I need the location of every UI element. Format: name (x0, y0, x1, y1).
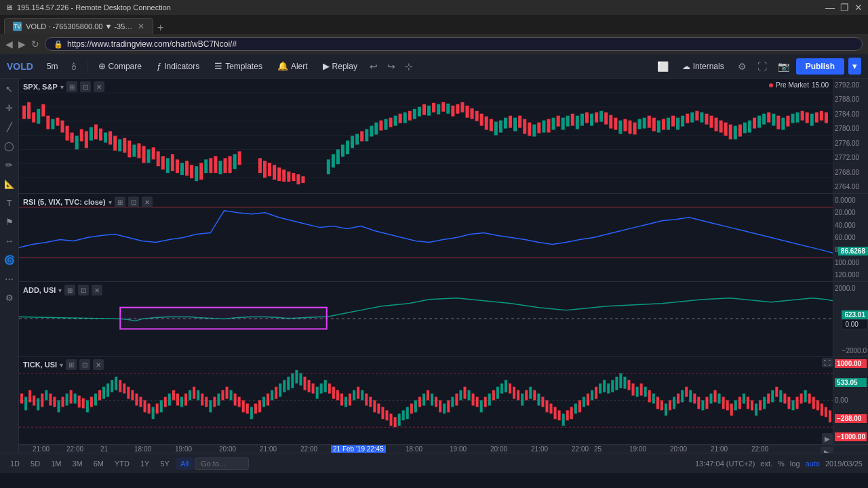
tf-1d-btn[interactable]: 1D (5, 458, 24, 470)
svg-rect-340 (681, 390, 684, 403)
back-btn[interactable]: ◀ (5, 39, 13, 49)
tab-close-btn[interactable]: ✕ (138, 22, 144, 31)
tf-6m-btn[interactable]: 6M (89, 458, 108, 470)
crosshair-tool[interactable]: ✛ (2, 100, 17, 115)
scroll-right-btn[interactable]: ▶ (822, 433, 833, 444)
measure-tool[interactable]: 📐 (2, 176, 17, 191)
percent-label[interactable]: % (778, 460, 785, 468)
rsi-close-btn[interactable]: ✕ (142, 197, 153, 207)
timescale-expand-btn[interactable]: ▶ (821, 447, 833, 453)
rsi-settings-btn[interactable]: ⊞ (115, 197, 125, 207)
add-close-btn[interactable]: ✕ (92, 285, 102, 296)
tf-ytd-btn[interactable]: YTD (110, 458, 134, 470)
timescale: 21:00 22:00 21 18:00 19:00 20:00 21:00 2… (19, 445, 868, 453)
svg-rect-367 (791, 401, 794, 411)
indicators-btn[interactable]: ƒ Indicators (150, 58, 206, 74)
internals-btn[interactable]: ☁ Internals (675, 59, 731, 74)
indicators-label: Indicators (164, 62, 199, 71)
camera-btn[interactable]: 📷 (774, 58, 793, 75)
rsi-minimize-btn[interactable]: ⊡ (128, 197, 139, 207)
svg-rect-99 (494, 122, 498, 136)
refresh-btn[interactable]: ↻ (31, 39, 39, 49)
tf-5y-btn[interactable]: 5Y (155, 458, 174, 470)
svg-rect-46 (204, 159, 208, 173)
minimize-btn[interactable]: — (825, 2, 835, 13)
redo-btn[interactable]: ↪ (383, 58, 399, 75)
browser-addressbar: ◀ ▶ ↻ 🔒 https://www.tradingview.com/char… (0, 34, 868, 54)
tf-5d-btn[interactable]: 5D (26, 458, 45, 470)
goto-input[interactable] (195, 458, 249, 470)
publish-arrow-btn[interactable]: ▾ (848, 58, 861, 75)
timeframe-5m-btn[interactable]: 5m (41, 59, 64, 74)
tf-1m-btn[interactable]: 1M (46, 458, 66, 470)
forward-btn[interactable]: ▶ (18, 39, 26, 49)
pencil-tool[interactable]: ✏ (2, 157, 17, 172)
tick-chart-header: TICK, USI ▾ ⊞ ⊡ ✕ (23, 359, 104, 370)
main-close-btn[interactable]: ✕ (94, 81, 104, 92)
add-badge-value: 623.01 (842, 310, 868, 319)
tf-1y-btn[interactable]: 1Y (136, 458, 154, 470)
tf-3m-btn[interactable]: 3M (67, 458, 87, 470)
tool-settings-btn[interactable]: ⚙ (2, 290, 17, 305)
svg-rect-103 (513, 118, 517, 131)
main-settings-btn[interactable]: ⊞ (66, 81, 77, 92)
chart-type-btn[interactable]: 🕯 (65, 58, 83, 75)
publish-btn[interactable]: Publish (796, 58, 844, 75)
templates-label: Templates (225, 62, 262, 71)
svg-rect-275 (414, 401, 417, 413)
add-settings-btn[interactable]: ⊞ (64, 285, 75, 296)
flag-tool[interactable]: ⚑ (2, 214, 17, 229)
tf-all-btn[interactable]: All (176, 458, 193, 470)
ruler-tool[interactable]: ↔ (2, 233, 17, 248)
new-tab-btn[interactable]: + (157, 22, 163, 34)
circle-tool[interactable]: ◯ (2, 138, 17, 153)
svg-rect-311 (562, 413, 565, 426)
tick-expand-btn[interactable]: ⛶ (822, 358, 833, 367)
line-tool[interactable]: ╱ (2, 119, 17, 134)
cursor-tool[interactable]: ↖ (2, 81, 17, 96)
ext-label[interactable]: ext. (760, 460, 772, 468)
tick-minimize-btn[interactable]: ⊡ (79, 359, 90, 370)
svg-rect-118 (585, 113, 589, 123)
main-minimize-btn[interactable]: ⊡ (80, 81, 91, 92)
fibonacci-tool[interactable]: 🌀 (2, 252, 17, 267)
window-controls[interactable]: — ❐ ✕ (825, 2, 863, 13)
tick-close-btn[interactable]: ✕ (93, 359, 104, 370)
settings-btn[interactable]: ⚙ (734, 58, 751, 75)
svg-rect-321 (603, 380, 606, 392)
more-tools-btn[interactable]: ⋯ (2, 271, 17, 286)
svg-rect-215 (168, 394, 171, 406)
text-tool[interactable]: T (2, 195, 17, 210)
auto-label[interactable]: auto (806, 460, 820, 468)
alert-label: Alert (291, 62, 308, 71)
browser-tab-active[interactable]: TV VOLD · -765305800.00 ▼ -359.69 ✕ (4, 18, 153, 34)
log-label[interactable]: log (790, 460, 800, 468)
templates-btn[interactable]: ☰ Templates (208, 58, 269, 74)
fullscreen-rect-btn[interactable]: ⬜ (653, 58, 673, 75)
close-btn[interactable]: ✕ (854, 2, 863, 13)
fullscreen-btn[interactable]: ⛶ (753, 58, 771, 75)
svg-rect-117 (580, 114, 584, 126)
address-box[interactable]: 🔒 https://www.tradingview.com/chart/wBC7… (45, 37, 863, 51)
svg-rect-349 (718, 394, 721, 404)
svg-rect-119 (590, 114, 593, 126)
time-2200-3: 22:00 (572, 445, 589, 453)
expand-arrow-icon: ▶ (824, 448, 830, 453)
compare-btn[interactable]: ⊕ Compare (92, 58, 149, 74)
price-level-5: 2776.00 (835, 140, 867, 147)
svg-rect-151 (743, 123, 747, 134)
time-2000-3: 20:00 (670, 445, 687, 453)
svg-rect-31 (132, 144, 136, 157)
cursor-tool-btn[interactable]: ⊹ (401, 58, 417, 75)
replay-btn[interactable]: ▶ Replay (316, 58, 364, 74)
alert-btn[interactable]: 🔔 Alert (271, 58, 315, 74)
left-toolbar: ↖ ✛ ╱ ◯ ✏ 📐 T ⚑ ↔ 🌀 ⋯ ⚙ (0, 79, 19, 453)
svg-rect-102 (509, 116, 512, 128)
tick-settings-btn[interactable]: ⊞ (66, 359, 77, 370)
undo-btn[interactable]: ↩ (366, 58, 382, 75)
add-minimize-btn[interactable]: ⊡ (78, 285, 89, 296)
svg-rect-273 (406, 407, 409, 419)
svg-rect-43 (190, 165, 193, 178)
maximize-btn[interactable]: ❐ (840, 2, 849, 13)
replay-label: Replay (332, 62, 357, 71)
